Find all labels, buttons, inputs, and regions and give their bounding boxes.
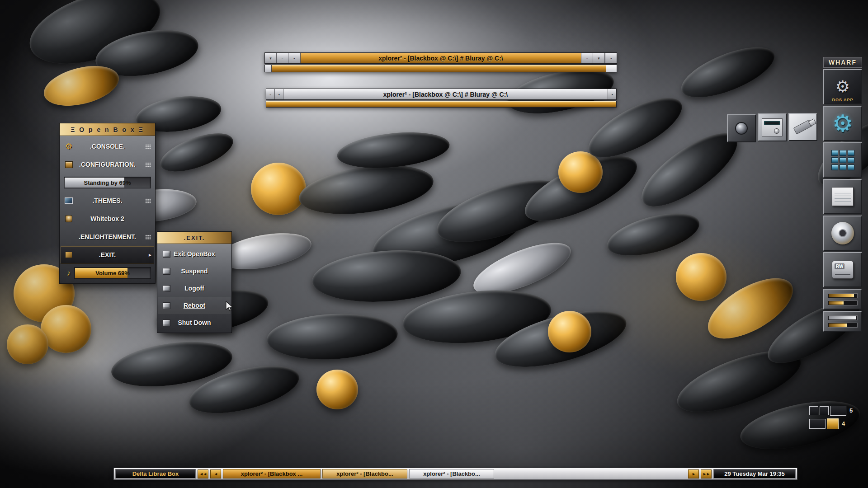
submenu-dots-icon <box>145 235 151 239</box>
cd-disc-icon <box>831 222 854 244</box>
win1-title[interactable]: xplorer² - [Blackbox @ C:\] # Bluray @ C… <box>300 53 581 63</box>
wharf-launcher-grid-tile[interactable] <box>823 142 862 178</box>
exit-submenu-title[interactable]: .EXIT. <box>157 232 231 244</box>
camera-lens-icon <box>735 122 748 135</box>
submenu-dots-icon <box>145 162 151 167</box>
win2-title[interactable]: xplorer² - [Blackbox @ C:\] # Bluray @ C… <box>283 89 608 99</box>
workspace-next-button[interactable]: ► <box>688 469 699 479</box>
menu-item-themes[interactable]: .THEMES. <box>61 192 154 210</box>
workspace-next-fast-button[interactable]: ►► <box>701 469 712 479</box>
volume-icon: ♪ <box>64 268 73 277</box>
win1-close-button[interactable]: ▪ <box>605 53 617 63</box>
pager-number-bottom: 4 <box>842 420 845 427</box>
menu-item-label: Exit OpenBox <box>174 250 215 258</box>
pager-cell-active[interactable] <box>827 418 839 429</box>
logoff-icon <box>162 284 171 293</box>
shutdown-icon <box>162 318 171 327</box>
submenu-arrow-icon: ▸ <box>149 252 151 258</box>
menu-item-console[interactable]: ⚙ .CONSOLE. <box>61 137 154 155</box>
pager-cell[interactable] <box>809 406 818 415</box>
exit-submenu: .EXIT. Exit OpenBox Suspend Logoff Reboo… <box>157 231 232 333</box>
task-button-1[interactable]: xplorer² - [Blackbox ... <box>223 469 321 479</box>
menu-item-label: Whitebox 2 <box>90 215 124 222</box>
workspace-prev-button[interactable]: ◄ <box>210 469 221 479</box>
meter-bar <box>828 293 858 298</box>
win1-shade-button[interactable]: ▾ <box>265 53 277 63</box>
exit-icon <box>64 250 73 259</box>
pager-row-top: 5 <box>809 404 863 417</box>
menu-item-label: .CONFIGURATION. <box>79 161 136 168</box>
win2-close-button[interactable]: ▪ <box>608 89 616 99</box>
camera-tile[interactable] <box>727 114 756 142</box>
menu-item-label: .ENLIGHTENMENT. <box>79 233 136 240</box>
openbox-menu-title[interactable]: Ξ O p e n B o x Ξ <box>60 123 155 136</box>
usb-stick-icon <box>793 120 813 135</box>
win1-restore-button[interactable]: ▾ <box>593 53 605 63</box>
menu-item-label: Logoff <box>184 285 204 292</box>
workspace-name[interactable]: Delta Librae Box <box>115 469 196 479</box>
workspace-prev-fast-button[interactable]: ◄◄ <box>198 469 208 479</box>
menu-item-label: .CONSOLE. <box>90 143 125 150</box>
openbox-menu: Ξ O p e n B o x Ξ ⚙ .CONSOLE. .CONFIGURA… <box>59 123 156 284</box>
menu-item-exit[interactable]: .EXIT. ▸ <box>61 246 154 264</box>
pager-cell[interactable] <box>830 406 846 416</box>
pager-number-top: 5 <box>849 407 853 414</box>
dos-app-gear-icon: ⚙ <box>835 79 850 95</box>
wharf-dock: WHARF ⚙ DOS APP ⚙ RW <box>823 57 862 332</box>
menu-item-label: Shut Down <box>178 319 211 326</box>
gear-icon: ⚙ <box>64 142 73 151</box>
clock: 29 Tuesday Mar 19:35 <box>713 469 796 479</box>
meter-bar <box>828 323 858 328</box>
win1-maximize-button[interactable]: ▪ <box>288 53 300 63</box>
blue-gear-icon: ⚙ <box>832 112 854 135</box>
win1-minimize-button[interactable]: ▫ <box>277 53 288 63</box>
menu-item-label: Reboot <box>184 302 205 309</box>
window-xplorer-1: ▾ ▫ ▪ xplorer² - [Blackbox @ C:\] # Blur… <box>264 52 617 72</box>
pager-row-bottom: 4 <box>809 417 863 430</box>
win2-minimize-button[interactable]: ▪ <box>275 89 283 99</box>
win1-sticky-button[interactable]: ▫ <box>581 53 593 63</box>
wharf-meter-tile-1[interactable] <box>823 289 862 310</box>
exit-menu-item-reboot[interactable]: Reboot <box>158 297 231 314</box>
meter-bar <box>828 300 858 305</box>
wharf-settings-tile[interactable]: ⚙ <box>823 106 862 141</box>
win1-grip-right-cap <box>606 65 617 72</box>
dos-app-label: DOS APP <box>824 98 861 102</box>
wharf-meter-tile-2[interactable] <box>823 311 862 332</box>
cd-player-tile[interactable] <box>758 113 787 141</box>
win2-shade-button[interactable]: ▫ <box>266 89 275 99</box>
win1-titlebar: ▾ ▫ ▪ xplorer² - [Blackbox @ C:\] # Blur… <box>264 52 617 64</box>
wharf-dos-app-tile[interactable]: ⚙ DOS APP <box>823 69 862 104</box>
rw-drive-icon: RW <box>832 261 854 279</box>
cd-player-icon <box>762 118 783 136</box>
wharf-rw-drive-tile[interactable]: RW <box>823 252 862 287</box>
usb-stick-tile[interactable] <box>788 113 817 141</box>
taskbar-spacer <box>496 469 686 479</box>
volume-slider[interactable]: Volume 69% <box>74 267 151 279</box>
menu-item-configuration[interactable]: .CONFIGURATION. <box>61 155 154 174</box>
win2-grip-bar[interactable] <box>266 101 617 108</box>
themes-icon <box>64 196 73 205</box>
pager-cell[interactable] <box>820 406 829 415</box>
menu-item-volume-slider[interactable]: ♪ Volume 69% <box>61 264 154 282</box>
menu-item-standby-slider[interactable]: Standing by 69% <box>61 174 154 192</box>
user-icon <box>64 214 73 223</box>
exit-submenu-body: Exit OpenBox Suspend Logoff Reboot Shut … <box>157 244 231 333</box>
taskbar: Delta Librae Box ◄◄ ◄ xplorer² - [Blackb… <box>113 468 797 480</box>
launcher-grid-icon <box>831 150 854 170</box>
task-button-3[interactable]: xplorer² - [Blackbo... <box>409 469 494 479</box>
window-xplorer-2: ▫ ▪ xplorer² - [Blackbox @ C:\] # Bluray… <box>266 89 617 108</box>
wharf-notes-tile[interactable] <box>823 179 862 214</box>
win1-grip-bar[interactable] <box>264 65 617 72</box>
win1-grip[interactable] <box>272 65 606 72</box>
menu-item-whitebox[interactable]: Whitebox 2 <box>61 210 154 228</box>
task-button-2[interactable]: xplorer² - [Blackbo... <box>322 469 407 479</box>
wharf-cd-tile[interactable] <box>823 216 862 251</box>
exit-menu-item-shutdown[interactable]: Shut Down <box>158 314 231 331</box>
exit-menu-item-logoff[interactable]: Logoff <box>158 280 231 297</box>
pager-cell[interactable] <box>809 419 826 429</box>
standby-slider[interactable]: Standing by 69% <box>64 177 151 188</box>
menu-item-enlightenment[interactable]: .ENLIGHTENMENT. <box>61 228 154 246</box>
exit-menu-item-suspend[interactable]: Suspend <box>158 263 231 280</box>
exit-menu-item-exit-openbox[interactable]: Exit OpenBox <box>158 245 231 263</box>
